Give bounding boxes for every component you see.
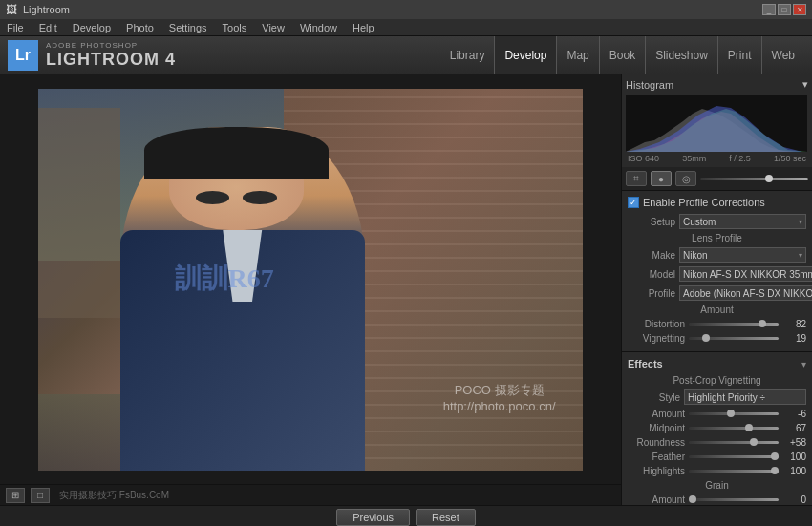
- vignetting-thumb[interactable]: [702, 334, 710, 342]
- histogram-section: Histogram ▾ ISO 640: [622, 74, 812, 167]
- menu-item-photo[interactable]: Photo: [123, 22, 157, 33]
- menu-item-edit[interactable]: Edit: [36, 22, 60, 33]
- loupe-view-button[interactable]: □: [31, 488, 50, 503]
- effects-amount-row: Amount -6: [628, 409, 806, 419]
- distortion-thumb[interactable]: [759, 320, 766, 327]
- title-bar-icon: 🖼: [6, 3, 17, 16]
- midpoint-row: Midpoint 67: [628, 423, 806, 433]
- setup-arrow: ▾: [799, 218, 802, 226]
- exposure-slider-row: [700, 178, 808, 180]
- highlights-thumb[interactable]: [771, 467, 779, 474]
- previous-button[interactable]: Previous: [336, 509, 410, 526]
- histogram-collapse[interactable]: ▾: [802, 78, 808, 91]
- title-bar-text: Lightroom: [23, 4, 70, 15]
- style-dropdown[interactable]: Highlight Priority ÷: [684, 389, 806, 405]
- style-label: Style: [628, 392, 680, 403]
- eye-left: [196, 191, 229, 204]
- shutter-value: 1/50 sec: [774, 154, 806, 163]
- profile-label: Profile: [628, 288, 675, 299]
- make-row: Make Nikon ▾: [628, 247, 806, 263]
- effects-toggle[interactable]: ▾: [801, 359, 806, 369]
- distortion-slider[interactable]: [689, 323, 779, 326]
- menu-item-help[interactable]: Help: [350, 22, 377, 33]
- make-value: Nikon: [683, 250, 708, 261]
- vignetting-label: Vignetting: [628, 333, 685, 344]
- enable-profile-label: Enable Profile Corrections: [643, 197, 765, 208]
- midpoint-slider[interactable]: [689, 427, 779, 430]
- roundness-row: Roundness +58: [628, 437, 806, 448]
- jacket-area: [120, 230, 366, 471]
- roundness-slider[interactable]: [689, 441, 779, 444]
- nav-item-book[interactable]: Book: [599, 36, 645, 74]
- menu-item-develop[interactable]: Develop: [70, 22, 114, 33]
- histogram-header: Histogram ▾: [626, 78, 808, 91]
- feather-slider[interactable]: [689, 455, 779, 458]
- grain-amount-thumb[interactable]: [689, 495, 696, 503]
- feather-row: Feather 100: [628, 452, 806, 462]
- focal-value: 35mm: [682, 154, 706, 163]
- roundness-thumb[interactable]: [750, 438, 758, 446]
- highlights-value: 100: [782, 466, 806, 476]
- nav-item-web[interactable]: Web: [761, 36, 804, 74]
- photo-container[interactable]: 訓訓R67 POCO 摄影专题 http://photo.poco.cn/: [0, 74, 621, 484]
- person-silhouette: [120, 127, 366, 471]
- histogram-info: ISO 640 35mm f / 2.5 1/50 sec: [626, 154, 808, 163]
- distortion-row: Distortion 82: [628, 319, 806, 329]
- nav-item-library[interactable]: Library: [440, 36, 495, 74]
- eye-right: [243, 191, 276, 204]
- feather-label: Feather: [628, 452, 685, 462]
- highlights-slider[interactable]: [689, 470, 779, 473]
- profile-row: Profile Adobe (Nikon AF-S DX NIKKO... ▾: [628, 285, 806, 301]
- nav-item-map[interactable]: Map: [556, 36, 598, 74]
- setup-dropdown[interactable]: Custom ▾: [679, 214, 806, 229]
- histogram-canvas: [626, 95, 807, 152]
- make-dropdown[interactable]: Nikon ▾: [679, 247, 806, 263]
- effects-header[interactable]: Effects ▾: [628, 358, 806, 369]
- midpoint-value: 67: [782, 423, 806, 433]
- exposure-slider[interactable]: [700, 178, 808, 180]
- grain-sublabel: Grain: [628, 480, 806, 491]
- red-eye-tool[interactable]: ◎: [675, 171, 696, 186]
- menu-item-file[interactable]: File: [4, 22, 27, 33]
- menu-item-settings[interactable]: Settings: [166, 22, 210, 33]
- crop-tool[interactable]: ⌗: [626, 171, 647, 186]
- effects-amount-thumb[interactable]: [727, 410, 735, 417]
- reset-button[interactable]: Reset: [416, 509, 476, 526]
- menu-item-view[interactable]: View: [259, 22, 288, 33]
- post-crop-label: Post-Crop Vignetting: [628, 375, 806, 386]
- enable-profile-row: ✓ Enable Profile Corrections: [628, 197, 806, 208]
- vignetting-value: 19: [782, 333, 806, 344]
- header: Lr ADOBE PHOTOSHOP LIGHTROOM 4 LibraryDe…: [0, 36, 812, 74]
- model-dropdown[interactable]: Nikon AF-S DX NIKKOR 35mm... ▾: [679, 266, 812, 282]
- highlights-label: Highlights: [628, 466, 685, 476]
- enable-profile-checkbox[interactable]: ✓: [628, 197, 639, 208]
- nav-item-print[interactable]: Print: [717, 36, 761, 74]
- effects-section: Effects ▾ Post-Crop Vignetting Style Hig…: [622, 351, 812, 505]
- menu-item-tools[interactable]: Tools: [220, 22, 250, 33]
- heal-tool[interactable]: ●: [651, 171, 672, 186]
- setup-value: Custom: [683, 217, 716, 227]
- bottom-actions: Previous Reset: [0, 505, 812, 526]
- effects-amount-label: Amount: [628, 409, 685, 419]
- close-button[interactable]: ✕: [793, 4, 806, 15]
- midpoint-thumb[interactable]: [745, 424, 753, 431]
- grain-amount-slider[interactable]: [689, 498, 779, 501]
- grain-amount-value: 0: [782, 494, 806, 505]
- exposure-thumb[interactable]: [765, 175, 773, 182]
- vignetting-slider[interactable]: [689, 337, 779, 340]
- distortion-label: Distortion: [628, 319, 685, 329]
- setup-row: Setup Custom ▾: [628, 214, 806, 229]
- midpoint-label: Midpoint: [628, 423, 685, 433]
- style-row: Style Highlight Priority ÷: [628, 389, 806, 405]
- maximize-button[interactable]: □: [778, 4, 791, 15]
- minimize-button[interactable]: _: [762, 4, 776, 15]
- nav-item-develop[interactable]: Develop: [494, 36, 556, 74]
- roundness-label: Roundness: [628, 437, 685, 448]
- feather-thumb[interactable]: [771, 452, 779, 460]
- grid-view-button[interactable]: ⊞: [6, 488, 25, 503]
- menu-item-window[interactable]: Window: [297, 22, 340, 33]
- nav-item-slideshow[interactable]: Slideshow: [645, 36, 717, 74]
- profile-dropdown[interactable]: Adobe (Nikon AF-S DX NIKKO... ▾: [679, 285, 812, 301]
- effects-amount-slider[interactable]: [689, 412, 779, 415]
- model-label: Model: [628, 269, 675, 280]
